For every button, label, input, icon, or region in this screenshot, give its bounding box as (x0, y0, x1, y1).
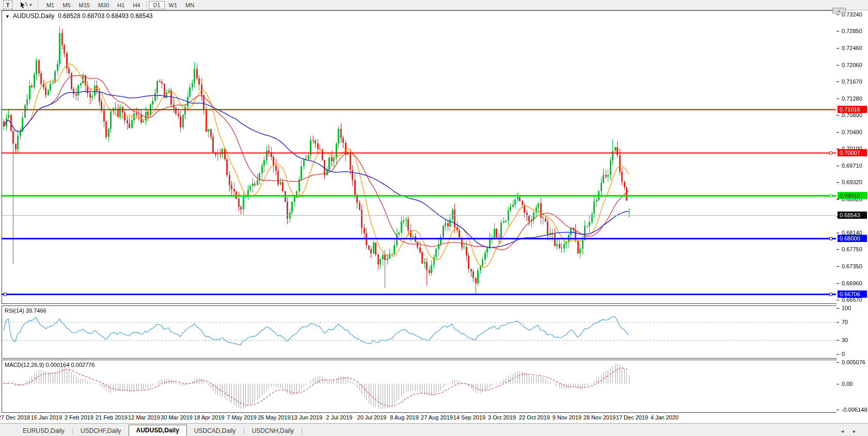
chart-tab-eurusd[interactable]: EURUSD,Daily (15, 426, 72, 436)
price-tick-label: 0.66960 (842, 280, 862, 286)
axis-tick (837, 199, 839, 200)
timeframe-button-m5[interactable]: M5 (58, 1, 74, 9)
date-label: 25 May 2019 (258, 414, 291, 421)
chart-title: ▼AUDUSD,Daily 0.68528 0.68703 0.68493 0.… (5, 12, 153, 20)
axis-tick (837, 132, 839, 133)
price-tick-label: 0.70490 (842, 129, 862, 135)
timeframe-group: M1M5M15M30H1H4D1W1MN (42, 1, 198, 9)
top-toolbar: T ▼ M1M5M15M30H1H4D1W1MN (0, 0, 868, 10)
axis-tick (837, 233, 839, 233)
macd-label: MACD(12,26,9) 0.000164 0.002776 (5, 362, 94, 368)
timeframe-button-m30[interactable]: M30 (94, 1, 113, 9)
date-label: 2 Feb 2019 (65, 414, 93, 421)
axis-tick (837, 354, 839, 354)
axis-tick (837, 182, 839, 183)
price-tick-label: 0.69710 (842, 163, 862, 169)
pointer-tool-icon (20, 2, 28, 8)
price-tick-label: -0.006148 (842, 407, 867, 413)
timeframe-button-h1[interactable]: H1 (113, 1, 129, 9)
price-tick-label: 0.005076 (842, 359, 865, 365)
chart-tab-bar: EURUSD,Daily|USDCHF,DailyAUDUSD,DailyUSD… (0, 423, 868, 436)
price-tick-label: 100 (842, 305, 851, 311)
rsi-label: RSI(14) 39.7466 (5, 308, 46, 314)
timeframe-button-m1[interactable]: M1 (42, 1, 58, 9)
price-tick-label: 0.72060 (842, 62, 862, 68)
axis-tick (837, 340, 839, 341)
date-label: 27 Dec 2018 (0, 414, 30, 421)
price-tick-label: 30 (842, 337, 848, 343)
tab-scroll-right-icon[interactable]: ▸ (853, 428, 856, 434)
date-label: 8 Aug 2019 (390, 414, 419, 421)
date-label: 17 Dec 2019 (616, 414, 648, 421)
timeframe-button-w1[interactable]: W1 (165, 1, 182, 9)
date-label: 14 Sep 2019 (453, 414, 485, 421)
axis-tick (837, 308, 839, 309)
date-label: 18 Apr 2019 (194, 414, 224, 421)
date-label: 21 Feb 2019 (96, 414, 128, 421)
rsi-canvas[interactable] (2, 306, 836, 358)
axis-tick (837, 115, 839, 116)
axis-tick (837, 82, 839, 82)
price-level-tag: 0.69010 (838, 192, 867, 199)
price-tick-label: 70 (842, 319, 848, 325)
pointer-tool-caret-icon[interactable]: ▼ (29, 3, 33, 7)
macd-canvas[interactable] (2, 360, 836, 412)
date-label: 28 Nov 2019 (583, 414, 616, 421)
price-tick-label: 0.71670 (842, 78, 862, 85)
date-label: 13 Jun 2019 (291, 414, 323, 421)
main-chart-canvas[interactable] (2, 11, 836, 303)
chart-tab-audusd[interactable]: AUDUSD,Daily (129, 425, 187, 436)
date-label: 27 Aug 2019 (421, 414, 453, 421)
axis-tick (837, 65, 839, 66)
price-tick-label: 0.67750 (842, 246, 862, 252)
price-tick-label: 0.71280 (842, 95, 862, 102)
price-axis[interactable]: 0.732400.728500.724600.720600.716700.712… (837, 10, 868, 423)
price-level-tag: 0.68543 (838, 212, 867, 219)
toolbar-separator (146, 2, 147, 8)
timeframe-button-mn[interactable]: MN (181, 1, 198, 9)
chart-title-ohlc: 0.68528 0.68703 0.68493 0.68543 (58, 12, 153, 20)
date-label: 7 May 2019 (227, 414, 256, 421)
timeframe-button-h4[interactable]: H4 (129, 1, 144, 9)
toolbar-drag-handle[interactable] (38, 2, 39, 8)
tab-separator: | (301, 427, 303, 436)
tab-scroll-left-icon[interactable]: ◂ (841, 428, 844, 434)
date-label: 15 Jan 2019 (31, 414, 62, 421)
price-tick-label: 0.67350 (842, 263, 862, 269)
price-tick-label: 0 (842, 351, 845, 357)
text-tool-button[interactable]: T (3, 1, 12, 9)
axis-tick (837, 266, 839, 267)
axis-tick (837, 31, 839, 31)
price-tick-label: 0.72460 (842, 45, 862, 51)
axis-tick (837, 99, 839, 99)
axis-tick (837, 410, 839, 410)
chart-tab-usdcad[interactable]: USDCAD,Daily (187, 426, 243, 436)
price-level-tag: 0.68000 (838, 235, 867, 242)
price-tick-label: 0.00 (842, 381, 853, 387)
price-level-tag: 0.71016 (838, 106, 867, 113)
axis-tick (837, 322, 839, 322)
chart-corner-button[interactable]: ▴ (832, 8, 846, 13)
date-label: 30 Mar 2019 (161, 414, 193, 421)
axis-tick (837, 300, 839, 300)
axis-tick (837, 283, 839, 284)
axis-tick (837, 48, 839, 49)
axis-tick (837, 166, 839, 166)
date-axis[interactable]: 27 Dec 201815 Jan 20192 Feb 201921 Feb 2… (2, 413, 837, 423)
axis-tick (837, 249, 839, 250)
price-level-tag: 0.66706 (838, 290, 867, 298)
axis-tick (837, 362, 839, 363)
timeframe-button-d1[interactable]: D1 (149, 1, 164, 9)
chart-title-symbol: AUDUSD,Daily (13, 12, 55, 20)
price-tick-label: 0.69320 (842, 179, 862, 185)
chart-tab-usdchf[interactable]: USDCHF,Daily (73, 426, 129, 436)
date-label: 2 Jul 2019 (326, 414, 353, 421)
date-label: 4 Jan 2020 (651, 414, 678, 421)
chart-tab-usdcnh[interactable]: USDCNH,Daily (245, 426, 301, 436)
pointer-tool-button[interactable]: ▼ (20, 1, 33, 9)
date-label: 12 Mar 2019 (128, 414, 160, 421)
date-label: 22 Oct 2019 (519, 414, 550, 421)
symbol-dropdown-icon[interactable]: ▼ (5, 14, 10, 19)
axis-tick (837, 384, 839, 384)
timeframe-button-m15[interactable]: M15 (75, 1, 94, 9)
